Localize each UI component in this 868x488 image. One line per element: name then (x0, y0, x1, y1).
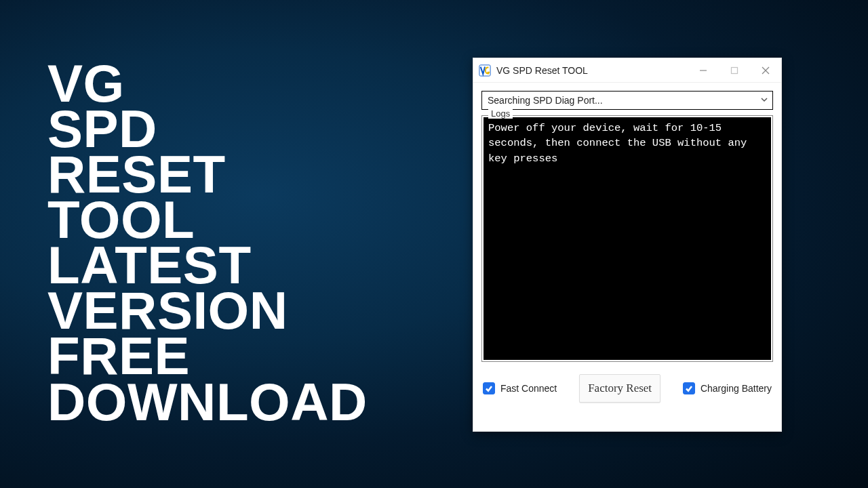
maximize-button[interactable] (719, 58, 750, 83)
client-area: Searching SPD Diag Port... Logs Power of… (473, 83, 781, 409)
port-dropdown[interactable]: Searching SPD Diag Port... (481, 91, 773, 110)
fast-connect-checkbox[interactable]: Fast Connect (483, 382, 557, 394)
headline-line: DOWNLOAD (47, 380, 368, 425)
charging-battery-label: Charging Battery (701, 383, 772, 394)
checkbox-checked-icon (683, 382, 695, 394)
chevron-down-icon (760, 95, 768, 106)
logs-output[interactable]: Power off your device, wait for 10-15 se… (484, 117, 771, 360)
window-title: VG SPD Reset TOOL (496, 65, 588, 76)
titlebar[interactable]: VG SPD Reset TOOL (473, 58, 781, 83)
app-window: VG SPD Reset TOOL Searching SPD Diag Por… (473, 58, 782, 432)
svg-rect-0 (479, 64, 490, 75)
port-dropdown-value: Searching SPD Diag Port... (488, 95, 603, 106)
logs-legend: Logs (488, 108, 513, 119)
logs-group: Logs Power off your device, wait for 10-… (481, 115, 773, 362)
promo-headline: VG SPD RESET TOOL LATEST VERSION FREE DO… (47, 61, 368, 425)
app-icon (479, 64, 491, 77)
factory-reset-button[interactable]: Factory Reset (579, 374, 660, 403)
checkbox-checked-icon (483, 382, 495, 394)
svg-rect-2 (732, 67, 738, 73)
fast-connect-label: Fast Connect (500, 383, 557, 394)
logs-box-frame: Power off your device, wait for 10-15 se… (481, 115, 773, 362)
close-button[interactable] (750, 58, 781, 83)
minimize-button[interactable] (688, 58, 719, 83)
footer-controls: Fast Connect Factory Reset Charging Batt… (481, 374, 773, 403)
charging-battery-checkbox[interactable]: Charging Battery (683, 382, 772, 394)
